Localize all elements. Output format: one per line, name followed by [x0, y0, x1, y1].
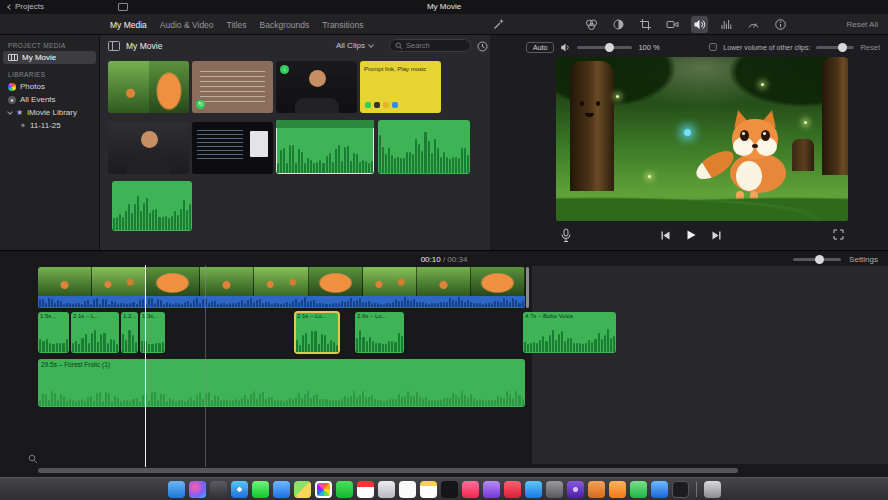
playhead[interactable] — [145, 265, 146, 467]
media-clip-fox-filmstrip[interactable] — [108, 61, 189, 113]
timeline-video-audio-track[interactable] — [38, 296, 525, 308]
info-icon[interactable] — [772, 16, 789, 33]
dock-app-keynote[interactable] — [651, 481, 668, 498]
dock-app-notes[interactable] — [420, 481, 437, 498]
time-total: 00:34 — [447, 255, 467, 264]
timeline-audio-clip-5-selected[interactable]: 2.1s – Lu... — [295, 312, 339, 353]
media-clip-screen-recording[interactable] — [192, 122, 273, 174]
timeline-audio-clip-6[interactable]: 2.6s – Lu... — [355, 312, 404, 353]
dock — [0, 477, 888, 500]
dock-app-photos[interactable] — [315, 481, 332, 498]
dock-app-garageband[interactable] — [588, 481, 605, 498]
settings-button[interactable]: Settings — [849, 255, 878, 264]
dock-trash[interactable] — [704, 481, 721, 498]
volume-slider[interactable] — [577, 46, 632, 49]
tab-backgrounds[interactable]: Backgrounds — [260, 20, 310, 30]
dock-app-siri[interactable] — [189, 481, 206, 498]
clip-trim-handle[interactable] — [526, 267, 529, 308]
search-input[interactable] — [406, 41, 462, 50]
clip-duration-icon[interactable] — [477, 41, 488, 52]
speaker-icon[interactable] — [560, 42, 571, 53]
noise-reduction-icon[interactable] — [718, 16, 735, 33]
tab-titles[interactable]: Titles — [227, 20, 247, 30]
microphone-icon[interactable] — [560, 228, 572, 243]
sidebar-item-event-11-11-25[interactable]: ✶ 11-11-25 — [0, 119, 99, 132]
window-title: My Movie — [0, 2, 888, 11]
filmstrip-frame — [146, 267, 200, 296]
dock-app-news[interactable] — [504, 481, 521, 498]
tab-audio-video[interactable]: Audio & Video — [160, 20, 214, 30]
dock-app-finder[interactable] — [168, 481, 185, 498]
dock-app-music[interactable] — [462, 481, 479, 498]
dock-app-numbers[interactable] — [630, 481, 647, 498]
dock-app-calendar[interactable] — [357, 481, 374, 498]
sidebar-toggle-icon[interactable] — [108, 41, 120, 51]
volume-icon[interactable] — [691, 16, 708, 33]
media-clip-audio-1[interactable] — [276, 120, 374, 174]
timeline-music-clip-forest-frolic[interactable]: 29.5s – Forest Frolic (1) — [38, 359, 525, 407]
crop-icon[interactable] — [637, 16, 654, 33]
timeline-audio-clip-1[interactable]: 1.5s... — [38, 312, 69, 353]
timeline-audio-clip-3[interactable]: 1.2... — [121, 312, 138, 353]
speed-icon[interactable] — [745, 16, 762, 33]
reset-button[interactable]: Reset — [860, 43, 880, 52]
sidebar-item-imovie-library[interactable]: ★ iMovie Library — [0, 106, 99, 119]
timeline-audio-clip-2[interactable]: 2.1s – L... — [71, 312, 119, 353]
timeline-empty-area[interactable] — [532, 266, 888, 464]
enhance-wand-icon[interactable] — [492, 18, 505, 31]
timeline-video-clip[interactable] — [38, 267, 525, 296]
previous-frame-icon[interactable] — [660, 230, 671, 241]
dock-app-launchpad[interactable] — [210, 481, 227, 498]
dock-app-podcasts[interactable] — [483, 481, 500, 498]
media-clip-document[interactable]: ↻ — [192, 61, 273, 113]
search-field[interactable] — [389, 39, 471, 52]
sidebar-item-photos[interactable]: Photos — [0, 80, 99, 93]
reset-all-button[interactable]: Reset All — [846, 20, 878, 29]
dock-app-app-store[interactable] — [525, 481, 542, 498]
tab-transitions[interactable]: Transitions — [322, 20, 363, 30]
dock-app-maps[interactable] — [294, 481, 311, 498]
playback-controls — [490, 227, 888, 247]
dock-app-facetime[interactable] — [336, 481, 353, 498]
timeline-search-icon[interactable] — [28, 454, 38, 464]
dock-app-imovie[interactable] — [567, 481, 584, 498]
dock-app-pages[interactable] — [609, 481, 626, 498]
color-correction-icon[interactable] — [610, 16, 627, 33]
next-frame-icon[interactable] — [711, 230, 722, 241]
tab-my-media[interactable]: My Media — [110, 20, 147, 30]
media-clip-note[interactable]: Prompt link, Play music — [360, 61, 441, 113]
media-clip-talking-head[interactable]: ↓ — [276, 61, 357, 113]
sidebar-item-all-events[interactable]: ★ All Events — [0, 93, 99, 106]
dock-app-terminal[interactable] — [672, 481, 689, 498]
clip-label: 2.6s – Lu... — [357, 313, 387, 319]
dock-app-contacts[interactable] — [378, 481, 395, 498]
lower-volume-checkbox[interactable] — [709, 43, 717, 51]
preview-viewer[interactable] — [556, 57, 848, 221]
media-clip-audio-3[interactable] — [112, 181, 192, 231]
fullscreen-icon[interactable] — [833, 229, 844, 240]
browser-header: My Movie All Clips — [100, 35, 490, 57]
media-clip-talking-head-2[interactable] — [108, 122, 189, 174]
timeline-audio-clip-bobo-voice[interactable]: 4.7s – Bobo Voice — [523, 312, 616, 353]
color-balance-icon[interactable] — [583, 16, 600, 33]
dock-app-reminders[interactable] — [399, 481, 416, 498]
audio-waveform — [113, 193, 191, 231]
sidebar-item-my-movie[interactable]: My Movie — [3, 51, 96, 64]
timeline-scrollbar[interactable] — [38, 468, 738, 473]
auto-button[interactable]: Auto — [526, 42, 554, 53]
dock-app-safari[interactable] — [231, 481, 248, 498]
timeline-zoom-slider[interactable] — [793, 258, 841, 261]
dock-app-tv[interactable] — [441, 481, 458, 498]
timeline-audio-clip-4[interactable]: 1.3s... — [140, 312, 165, 353]
clips-filter-dropdown[interactable]: All Clips — [336, 41, 373, 50]
play-icon[interactable] — [685, 229, 697, 241]
dock-app-mail[interactable] — [273, 481, 290, 498]
media-clip-audio-2[interactable] — [378, 120, 470, 174]
dock-app-messages[interactable] — [252, 481, 269, 498]
stabilization-icon[interactable] — [664, 16, 681, 33]
chevron-down-icon[interactable] — [7, 109, 13, 115]
libraries-header: LIBRARIES — [8, 71, 99, 78]
ducking-slider[interactable] — [816, 46, 854, 49]
dock-app-settings[interactable] — [546, 481, 563, 498]
audio-waveform — [72, 327, 118, 352]
